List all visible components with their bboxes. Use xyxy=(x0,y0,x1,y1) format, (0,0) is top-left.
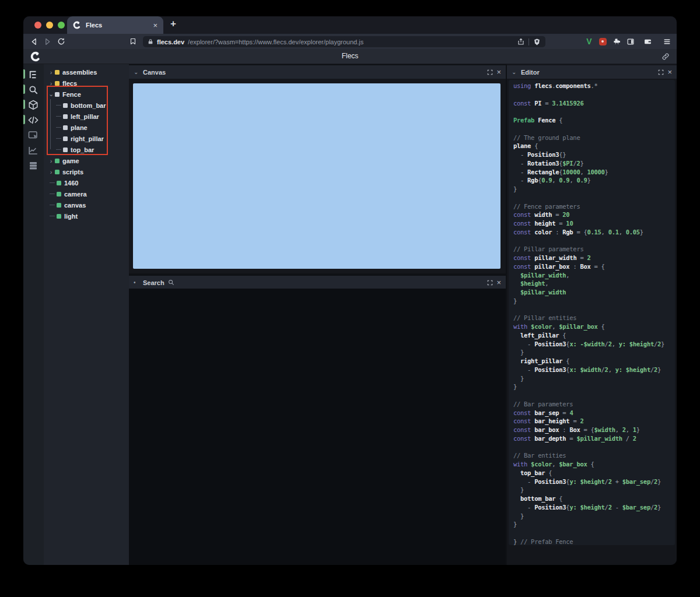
tab-close-icon[interactable]: × xyxy=(153,21,158,30)
close-panel-icon[interactable]: × xyxy=(496,68,501,76)
divider xyxy=(528,38,529,45)
nav-rows-icon[interactable] xyxy=(23,159,44,173)
chevron-right-icon[interactable]: › xyxy=(47,157,55,164)
collapse-dot-icon[interactable]: • xyxy=(134,279,139,286)
code-line: } xyxy=(513,297,675,305)
tree-item-left_pillar[interactable]: left_pillar xyxy=(44,111,129,122)
maximize-window-button[interactable] xyxy=(58,22,65,29)
entity-square-icon xyxy=(57,203,61,208)
browser-tab[interactable]: Flecs × xyxy=(67,16,163,34)
chevron-right-icon[interactable]: › xyxy=(47,69,55,76)
code-line: // Pillar parameters xyxy=(513,245,675,254)
code-line: // Fence parameters xyxy=(513,202,675,211)
bookmark-icon[interactable] xyxy=(127,36,139,47)
code-line: // Bar parameters xyxy=(513,400,675,409)
close-panel-icon[interactable]: × xyxy=(496,278,501,287)
tree-item-light[interactable]: light xyxy=(44,210,129,222)
nav-tree-icon[interactable] xyxy=(23,68,44,82)
active-indicator xyxy=(23,115,25,124)
code-line: const pillar_box : Box = { xyxy=(513,262,675,271)
extension-red-icon[interactable] xyxy=(597,36,608,47)
fullscreen-icon[interactable] xyxy=(658,69,664,75)
minimize-window-button[interactable] xyxy=(46,22,53,29)
menu-icon[interactable] xyxy=(661,36,673,47)
tree-item-bottom_bar[interactable]: bottom_bar xyxy=(44,100,129,111)
tree-item-label: flecs xyxy=(62,80,77,87)
tree-item-camera[interactable]: camera xyxy=(44,188,129,199)
tree-item-label: camera xyxy=(64,191,87,198)
search-panel-body[interactable] xyxy=(129,289,506,565)
entity-square-icon xyxy=(55,170,60,174)
sidebar-toggle-icon[interactable] xyxy=(625,36,636,47)
code-line xyxy=(513,443,675,452)
chevron-right-icon[interactable]: › xyxy=(47,80,55,87)
search-panel-header[interactable]: • Search × xyxy=(129,276,506,289)
entity-square-icon xyxy=(63,125,68,130)
tree-item-top_bar[interactable]: top_bar xyxy=(44,144,129,155)
tree-item-game[interactable]: ›game xyxy=(44,155,129,166)
entity-square-icon xyxy=(63,148,68,152)
canvas-viewport[interactable] xyxy=(133,83,501,269)
tree-item-right_pillar[interactable]: right_pillar xyxy=(44,133,129,144)
tree-item-1460[interactable]: 1460 xyxy=(44,177,129,188)
editor-panel-header[interactable]: ⌄ Editor × xyxy=(507,65,677,79)
code-line: - Position3{} xyxy=(513,150,675,159)
chevron-right-icon[interactable]: › xyxy=(47,168,55,175)
code-line: // Bar entities xyxy=(513,451,675,460)
app-content: ›assemblies›flecs⌄Fencebottom_barleft_pi… xyxy=(23,64,677,565)
active-indicator xyxy=(23,69,25,79)
collapse-chevron-icon[interactable]: ⌄ xyxy=(512,69,517,75)
chevron-down-icon[interactable]: ⌄ xyxy=(47,90,55,98)
code-line: const color : Rgb = {0.15, 0.1, 0.05} xyxy=(513,228,675,237)
nav-search-icon[interactable] xyxy=(23,83,44,97)
fullscreen-icon[interactable] xyxy=(487,280,493,286)
fullscreen-icon[interactable] xyxy=(487,69,493,75)
tree-item-canvas[interactable]: canvas xyxy=(44,199,129,210)
active-indicator xyxy=(23,100,25,109)
code-line: using flecs.components.* xyxy=(513,82,675,90)
code-line: } xyxy=(513,374,675,383)
collapse-chevron-icon[interactable]: ⌄ xyxy=(134,69,139,75)
wallet-icon[interactable] xyxy=(642,36,653,47)
link-icon[interactable] xyxy=(662,52,670,61)
entity-square-icon xyxy=(55,92,60,97)
close-panel-icon[interactable]: × xyxy=(667,68,672,76)
code-line: - Rectangle{10000, 10000} xyxy=(513,168,675,177)
extensions-puzzle-icon[interactable] xyxy=(611,36,622,47)
code-line: const bar_depth = $pillar_width / 2 xyxy=(513,434,675,443)
code-line xyxy=(513,194,675,202)
code-line: - Rotation3{$PI/2} xyxy=(513,159,675,168)
reload-icon[interactable] xyxy=(55,36,67,47)
nav-code-icon[interactable] xyxy=(23,113,44,127)
back-icon[interactable] xyxy=(28,36,40,47)
code-line: } xyxy=(513,486,675,494)
code-line: } xyxy=(513,348,675,357)
tree-connector-line xyxy=(50,99,51,149)
search-panel-title: Search xyxy=(143,279,164,286)
nav-rail xyxy=(23,64,44,565)
tree-item-plane[interactable]: plane xyxy=(44,122,129,133)
code-line xyxy=(513,90,675,99)
code-line xyxy=(513,305,675,314)
tree-item-label: assemblies xyxy=(62,69,97,76)
share-icon[interactable] xyxy=(517,38,524,45)
nav-inspector-icon[interactable] xyxy=(23,128,44,142)
tree-item-assemblies[interactable]: ›assemblies xyxy=(44,66,129,78)
extension-v-icon[interactable]: V xyxy=(583,36,595,47)
brave-shield-icon[interactable] xyxy=(533,38,541,46)
new-tab-button[interactable]: + xyxy=(170,18,176,30)
code-editor[interactable]: using flecs.components.*const PI = 3.141… xyxy=(509,80,675,545)
tree-item-Fence[interactable]: ⌄Fence xyxy=(44,89,129,100)
code-line: const width = 20 xyxy=(513,210,675,219)
tree-item-flecs[interactable]: ›flecs xyxy=(44,78,129,89)
close-window-button[interactable] xyxy=(34,22,41,29)
code-line: const pillar_width = 2 xyxy=(513,254,675,262)
url-bar[interactable]: flecs.dev /explorer/?wasm=https://www.fl… xyxy=(143,36,545,47)
nav-cube-icon[interactable] xyxy=(23,98,44,112)
canvas-panel-header[interactable]: ⌄ Canvas × xyxy=(129,65,506,79)
tree-item-scripts[interactable]: ›scripts xyxy=(44,166,129,177)
forward-icon[interactable] xyxy=(41,36,53,47)
browser-toolbar: flecs.dev /explorer/?wasm=https://www.fl… xyxy=(23,34,677,49)
nav-chart-icon[interactable] xyxy=(23,143,44,157)
entity-square-icon xyxy=(63,103,68,108)
